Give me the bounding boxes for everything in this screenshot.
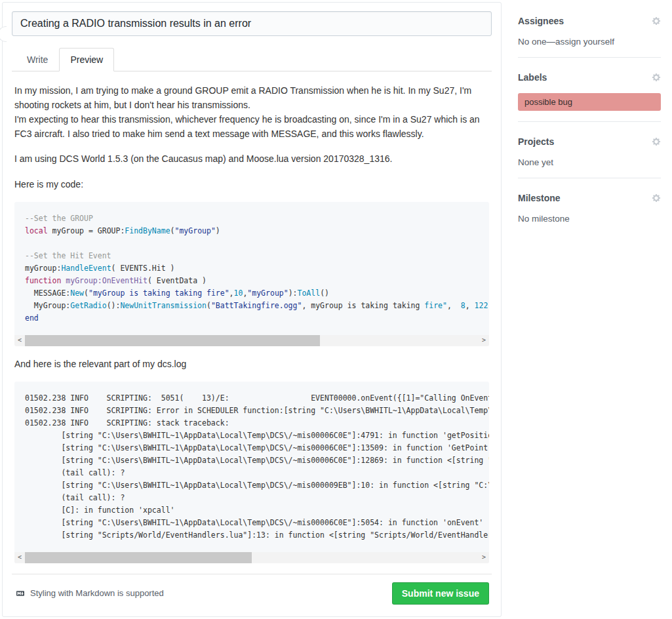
projects-title: Projects bbox=[518, 136, 554, 147]
paragraph-1-line-2: I'm expecting to hear this transmission,… bbox=[14, 114, 480, 139]
comment-tabs: Write Preview bbox=[12, 48, 492, 71]
gear-icon[interactable] bbox=[652, 193, 661, 203]
issue-sidebar: Assignees No one—assign yourself Labels … bbox=[518, 9, 661, 242]
scroll-left-icon[interactable]: < bbox=[14, 552, 25, 563]
scroll-right-icon[interactable]: > bbox=[479, 335, 489, 346]
gear-icon[interactable] bbox=[652, 16, 661, 26]
preview-pane: In my mission, I am trying to make a gro… bbox=[12, 71, 492, 563]
tab-preview[interactable]: Preview bbox=[59, 48, 114, 71]
markdown-note-text: Styling with Markdown is supported bbox=[30, 588, 164, 598]
log-code: 01502.238 INFO SCRIPTING: 5051( 13)/E: E… bbox=[14, 382, 489, 552]
paragraph-4: And here is the relevant part of my dcs.… bbox=[14, 357, 489, 371]
assignees-title: Assignees bbox=[518, 16, 564, 26]
gear-icon[interactable] bbox=[652, 73, 661, 82]
scrollbar-thumb[interactable] bbox=[25, 552, 252, 563]
log-horizontal-scrollbar[interactable]: < > bbox=[14, 552, 489, 563]
paragraph-2: I am using DCS World 1.5.3 (on the Cauca… bbox=[14, 151, 489, 166]
log-code-block: 01502.238 INFO SCRIPTING: 5051( 13)/E: E… bbox=[14, 382, 489, 563]
assignees-value[interactable]: No one—assign yourself bbox=[518, 37, 661, 47]
sidebar-section-labels: Labels possible bug bbox=[518, 66, 661, 122]
code-horizontal-scrollbar[interactable]: < > bbox=[14, 335, 489, 346]
new-issue-panel: Write Preview In my mission, I am trying… bbox=[2, 2, 502, 617]
markdown-supported-link[interactable]: Styling with Markdown is supported bbox=[14, 588, 164, 598]
scroll-left-icon[interactable]: < bbox=[14, 335, 25, 346]
submit-new-issue-button[interactable]: Submit new issue bbox=[392, 582, 489, 605]
issue-title-input[interactable] bbox=[12, 11, 492, 36]
projects-value: None yet bbox=[518, 157, 661, 167]
label-possible-bug[interactable]: possible bug bbox=[518, 93, 661, 111]
scroll-right-icon[interactable]: > bbox=[479, 552, 489, 563]
paragraph-1-line-1: In my mission, I am trying to make a gro… bbox=[14, 85, 471, 110]
tab-write[interactable]: Write bbox=[16, 48, 59, 71]
labels-title: Labels bbox=[518, 72, 547, 83]
milestone-title: Milestone bbox=[518, 193, 561, 203]
sidebar-section-milestone: Milestone No milestone bbox=[518, 186, 661, 234]
paragraph-1: In my mission, I am trying to make a gro… bbox=[14, 83, 489, 141]
lua-code: --Set the GROUPlocal myGroup = GROUP:Fin… bbox=[14, 202, 489, 335]
gear-icon[interactable] bbox=[652, 137, 661, 146]
sidebar-section-assignees: Assignees No one—assign yourself bbox=[518, 9, 661, 58]
scrollbar-thumb[interactable] bbox=[25, 335, 320, 346]
scrollbar-track[interactable] bbox=[25, 552, 479, 563]
paragraph-3: Here is my code: bbox=[14, 177, 489, 191]
sidebar-section-projects: Projects None yet bbox=[518, 130, 661, 178]
markdown-icon bbox=[14, 589, 26, 597]
milestone-value: No milestone bbox=[518, 214, 661, 224]
form-footer: Styling with Markdown is supported Submi… bbox=[12, 574, 492, 605]
lua-code-block: --Set the GROUPlocal myGroup = GROUP:Fin… bbox=[14, 202, 489, 346]
scrollbar-track[interactable] bbox=[25, 335, 479, 346]
